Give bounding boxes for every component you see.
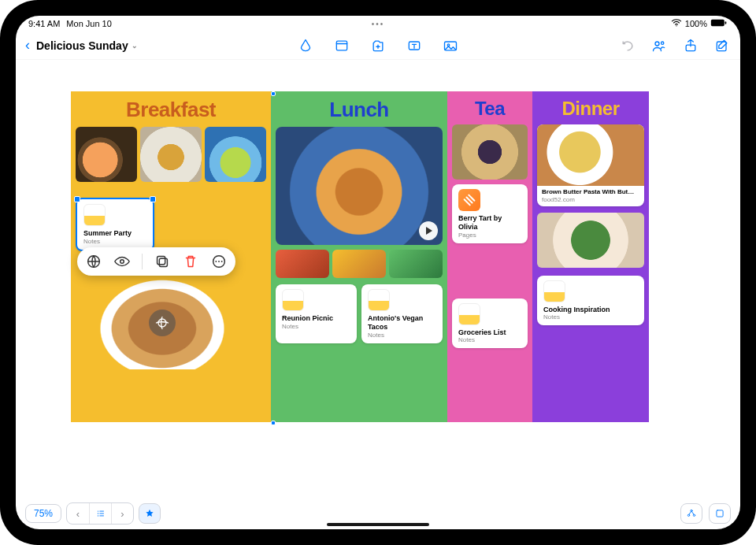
svg-rect-14 bbox=[159, 258, 167, 266]
photo-pasta bbox=[537, 124, 644, 186]
column-title: Lunch bbox=[276, 98, 443, 122]
card-title: Reunion Picnic bbox=[282, 314, 350, 323]
status-bar: 9:41 AM Mon Jun 10 ••• 100% bbox=[16, 16, 740, 32]
multitask-dots-icon[interactable]: ••• bbox=[372, 20, 385, 28]
note-card-cooking-inspiration[interactable]: Cooking Inspiration Notes bbox=[537, 276, 644, 326]
notes-app-icon bbox=[368, 289, 390, 311]
note-card-vegan-tacos[interactable]: Antonio's Vegan Tacos Notes bbox=[361, 284, 443, 343]
card-subtitle: Notes bbox=[543, 313, 638, 321]
collaborate-button[interactable] bbox=[650, 37, 668, 54]
link-globe-button[interactable] bbox=[85, 253, 102, 270]
svg-point-0 bbox=[676, 25, 676, 26]
photo-strip-3[interactable] bbox=[389, 250, 443, 278]
more-button[interactable] bbox=[210, 253, 228, 270]
pages-card-berry-tart[interactable]: Berry Tart by Olivia Pages bbox=[452, 184, 528, 243]
fit-view-button[interactable] bbox=[709, 503, 731, 524]
status-time: 9:41 AM bbox=[28, 19, 60, 28]
battery-icon bbox=[710, 18, 728, 29]
home-indicator[interactable] bbox=[327, 523, 429, 526]
svg-rect-26 bbox=[717, 510, 723, 517]
column-dinner: Dinner Brown Butter Pasta With But… food… bbox=[532, 91, 649, 422]
quicklook-button[interactable] bbox=[113, 253, 131, 270]
separator bbox=[142, 254, 143, 269]
add-file-button[interactable] bbox=[369, 37, 387, 54]
notes-app-icon bbox=[543, 280, 565, 302]
card-title: Antonio's Vegan Tacos bbox=[368, 314, 436, 332]
document-title-label: Delicious Sunday bbox=[36, 39, 128, 52]
svg-rect-3 bbox=[336, 41, 346, 50]
delete-button[interactable] bbox=[182, 253, 199, 270]
photo-salad[interactable] bbox=[537, 213, 644, 268]
card-subtitle: Notes bbox=[83, 238, 146, 245]
chevron-left-icon: ‹ bbox=[25, 37, 30, 54]
card-title: Groceries List bbox=[458, 328, 521, 337]
note-card-reunion-picnic[interactable]: Reunion Picnic Notes bbox=[276, 284, 357, 343]
photo-strip-1[interactable] bbox=[276, 250, 329, 278]
note-card-summer-party[interactable]: Summer Party Notes bbox=[76, 198, 154, 251]
notes-app-icon bbox=[282, 289, 304, 311]
svg-rect-1 bbox=[711, 20, 724, 26]
card-subtitle: Pages bbox=[458, 232, 521, 239]
card-title: Cooking Inspiration bbox=[543, 306, 638, 314]
svg-point-20 bbox=[97, 510, 98, 511]
compose-button[interactable] bbox=[713, 37, 731, 54]
notes-app-icon bbox=[458, 303, 480, 325]
zoom-label: 75% bbox=[34, 508, 53, 519]
zoom-level-button[interactable]: 75% bbox=[25, 504, 61, 523]
photo-mango-bowl[interactable] bbox=[140, 127, 202, 182]
card-subtitle: food52.com bbox=[537, 196, 644, 203]
next-board-button[interactable]: › bbox=[111, 503, 133, 524]
link-card-pasta[interactable]: Brown Butter Pasta With But… food52.com bbox=[537, 124, 644, 206]
card-title: Berry Tart by Olivia bbox=[458, 214, 521, 232]
sticky-note-button[interactable] bbox=[333, 37, 350, 54]
pages-app-icon bbox=[458, 189, 480, 211]
svg-point-19 bbox=[221, 261, 223, 262]
column-title: Tea bbox=[452, 98, 528, 120]
svg-rect-2 bbox=[725, 21, 727, 24]
markup-tool-button[interactable] bbox=[297, 37, 314, 54]
object-capture-icon bbox=[149, 310, 176, 336]
svg-point-8 bbox=[662, 42, 664, 44]
undo-button[interactable] bbox=[619, 37, 636, 54]
graph-view-button[interactable] bbox=[680, 503, 702, 524]
card-subtitle: Notes bbox=[282, 323, 350, 330]
boards-list-button[interactable] bbox=[89, 503, 111, 524]
photo-galette[interactable] bbox=[452, 124, 528, 180]
svg-point-7 bbox=[655, 42, 659, 46]
text-box-button[interactable] bbox=[406, 37, 423, 54]
photo-melon[interactable] bbox=[76, 127, 137, 182]
status-date: Mon Jun 10 bbox=[66, 19, 111, 28]
video-lunch-plate[interactable] bbox=[276, 127, 443, 245]
svg-point-18 bbox=[218, 261, 220, 262]
selection-handle-icon bbox=[271, 91, 276, 96]
svg-point-22 bbox=[97, 515, 98, 516]
card-title: Brown Butter Pasta With But… bbox=[537, 186, 644, 196]
svg-rect-15 bbox=[158, 257, 165, 265]
photo-grapes[interactable] bbox=[205, 127, 266, 182]
photo-strip-2[interactable] bbox=[332, 250, 386, 278]
app-toolbar: ‹ Delicious Sunday ⌄ bbox=[16, 32, 740, 60]
favorite-board-button[interactable] bbox=[139, 503, 161, 524]
svg-point-6 bbox=[447, 43, 450, 46]
card-subtitle: Notes bbox=[368, 332, 436, 339]
photo-pancakes[interactable] bbox=[83, 267, 241, 369]
selection-handle-icon bbox=[271, 421, 276, 425]
prev-board-button[interactable]: ‹ bbox=[67, 503, 89, 524]
svg-point-21 bbox=[97, 513, 98, 513]
share-button[interactable] bbox=[682, 37, 699, 54]
photo-button[interactable] bbox=[442, 37, 459, 54]
note-card-groceries[interactable]: Groceries List Notes bbox=[452, 298, 528, 349]
notes-app-icon bbox=[83, 204, 106, 226]
board-navigator: ‹ › bbox=[66, 502, 134, 525]
svg-point-13 bbox=[120, 260, 124, 264]
column-lunch: Lunch Reunion Picnic Notes bbox=[271, 91, 447, 422]
document-title-menu[interactable]: Delicious Sunday ⌄ bbox=[36, 39, 138, 52]
card-title: Summer Party bbox=[83, 229, 146, 238]
duplicate-button[interactable] bbox=[154, 253, 171, 270]
column-tea: Tea Berry Tart by Olivia Pages Groceries… bbox=[447, 91, 532, 422]
back-button[interactable]: ‹ bbox=[25, 37, 30, 54]
wifi-icon bbox=[671, 17, 682, 30]
board-canvas[interactable]: Breakfast Summer Party Notes bbox=[16, 60, 740, 498]
svg-point-11 bbox=[158, 319, 166, 327]
chevron-down-icon: ⌄ bbox=[132, 42, 138, 50]
